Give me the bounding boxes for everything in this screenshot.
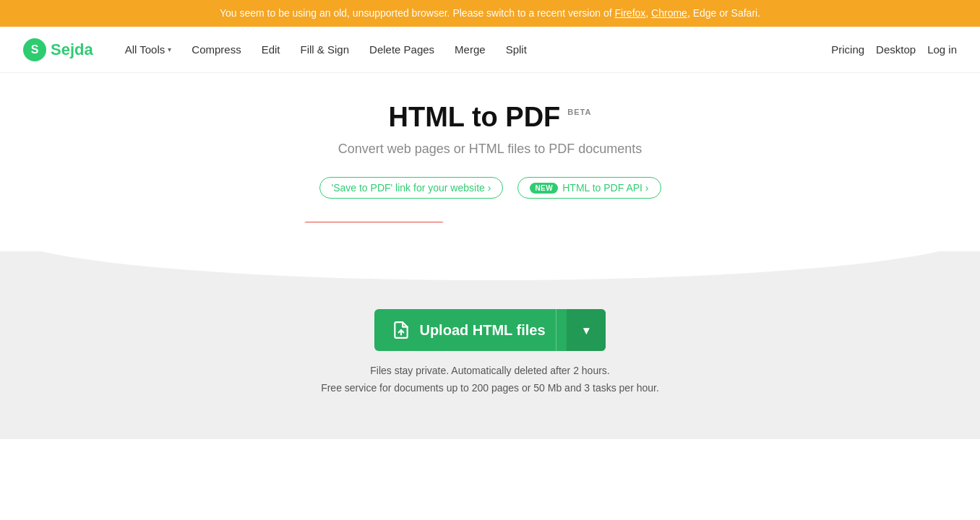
- html-to-pdf-api-link[interactable]: NEW HTML to PDF API ›: [517, 177, 661, 199]
- title-wrap: HTML to PDF BETA: [389, 102, 592, 133]
- nav-split[interactable]: Split: [497, 38, 536, 61]
- main-nav: All Tools ▾ Compress Edit Fill & Sign De…: [116, 38, 832, 61]
- upload-info: Files stay private. Automatically delete…: [321, 363, 659, 397]
- new-badge: NEW: [530, 183, 558, 194]
- nav-compress[interactable]: Compress: [183, 38, 249, 61]
- upload-button[interactable]: Upload HTML files ▾: [374, 309, 605, 351]
- nav-login[interactable]: Log in: [927, 43, 957, 56]
- upload-button-label: Upload HTML files: [419, 322, 545, 339]
- browser-warning-banner: You seem to be using an old, unsupported…: [0, 0, 980, 27]
- page-subtitle: Convert web pages or HTML files to PDF d…: [338, 142, 642, 157]
- nav-all-tools[interactable]: All Tools ▾: [116, 38, 181, 61]
- banner-text: You seem to be using an old, unsupported…: [220, 7, 615, 19]
- firefox-link[interactable]: Firefox: [615, 7, 646, 19]
- upload-area: Upload HTML files ▾ Files stay private. …: [0, 251, 980, 439]
- nav-fill-sign[interactable]: Fill & Sign: [292, 38, 358, 61]
- nav-pricing[interactable]: Pricing: [831, 43, 864, 56]
- button-divider: [556, 309, 556, 351]
- chrome-link[interactable]: Chrome: [651, 7, 687, 19]
- nav-edit[interactable]: Edit: [253, 38, 289, 61]
- beta-badge: BETA: [567, 108, 591, 116]
- upload-file-icon: [392, 321, 411, 339]
- upload-info-line1: Files stay private. Automatically delete…: [321, 363, 659, 380]
- nav-delete-pages[interactable]: Delete Pages: [361, 38, 443, 61]
- main-content: HTML to PDF BETA Convert web pages or HT…: [0, 73, 980, 439]
- nav-right: Pricing Desktop Log in: [831, 43, 957, 56]
- logo-icon: S: [23, 38, 46, 61]
- logo[interactable]: S Sejda: [23, 38, 93, 61]
- chevron-down-icon: ▾: [583, 324, 589, 337]
- logo-text: Sejda: [51, 40, 93, 59]
- nav-desktop[interactable]: Desktop: [876, 43, 916, 56]
- upload-info-line2: Free service for documents up to 200 pag…: [321, 380, 659, 397]
- chevron-down-icon: ▾: [168, 46, 171, 53]
- header: S Sejda All Tools ▾ Compress Edit Fill &…: [0, 27, 980, 73]
- upload-dropdown-arrow[interactable]: ▾: [567, 309, 606, 351]
- banner-text2: , Edge or Safari.: [687, 7, 760, 19]
- nav-merge[interactable]: Merge: [446, 38, 494, 61]
- page-title: HTML to PDF: [389, 102, 561, 133]
- feature-links-row: 'Save to PDF' link for your website › NE…: [319, 177, 661, 199]
- save-to-pdf-link[interactable]: 'Save to PDF' link for your website ›: [319, 177, 504, 199]
